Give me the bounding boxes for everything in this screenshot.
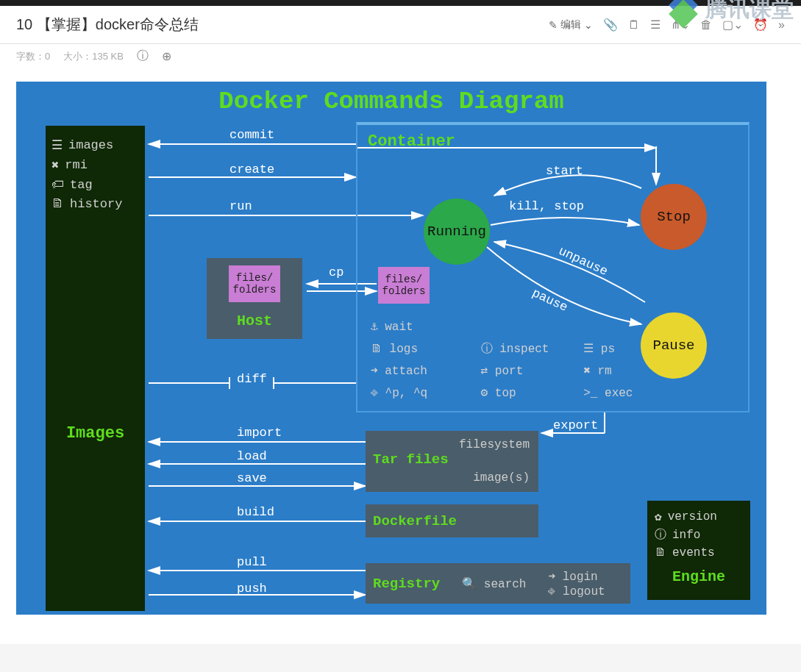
cmd-history: 🗎history xyxy=(51,196,139,211)
cmd-search: 🔍 search xyxy=(462,576,526,591)
cmd-logs: 🗎 logs xyxy=(371,338,474,360)
tar-images: image(s) xyxy=(473,471,530,485)
container-label: Container xyxy=(368,132,455,151)
cmd-exec: >_ exec xyxy=(583,382,664,404)
list-icon[interactable]: ☰ xyxy=(650,18,661,32)
lbl-create: create xyxy=(229,162,274,176)
diagram-title: Docker Commands Diagram xyxy=(16,87,766,115)
state-running: Running xyxy=(424,199,490,265)
watermark-logo-icon xyxy=(670,0,699,24)
watermark: 腾讯课堂 xyxy=(670,0,794,24)
images-label: Images xyxy=(51,424,139,443)
registry-box: Registry 🔍 search ➜ login ⎆ logout xyxy=(366,563,630,604)
file-size: 大小：135 KB xyxy=(63,50,124,63)
list-icon: ☰ xyxy=(51,137,63,153)
lbl-start: start xyxy=(546,164,583,178)
engine-box: ✿version ⓘinfo 🗎events Engine xyxy=(647,501,750,600)
state-stop: Stop xyxy=(641,184,707,250)
diagram: Docker Commands Diagram xyxy=(16,82,766,615)
cmd-tag: 🏷tag xyxy=(51,177,139,192)
note-icon[interactable]: 🗒 xyxy=(628,18,640,32)
page-title: 10 【掌握】docker命令总结 xyxy=(16,15,199,35)
registry-label: Registry xyxy=(373,576,440,592)
cmd-rmi: ✖rmi xyxy=(51,157,139,173)
lbl-pull: pull xyxy=(237,555,267,569)
cmd-rm: ✖ rm xyxy=(583,360,664,382)
cmd-port: ⇄ port xyxy=(481,360,577,382)
watermark-text: 腾讯课堂 xyxy=(705,0,794,24)
cmd-logout: ⎆ logout xyxy=(548,585,605,598)
cmd-info: ⓘinfo xyxy=(655,527,743,543)
lbl-cp: cp xyxy=(329,265,343,279)
cmd-wait: ⚓ wait xyxy=(371,316,474,338)
edit-icon: ✎ xyxy=(549,19,558,31)
lbl-export: export xyxy=(553,418,598,432)
lbl-import: import xyxy=(237,426,282,440)
lbl-kill-stop: kill, stop xyxy=(509,199,584,213)
info-icon: ⓘ xyxy=(655,527,666,543)
chevron-down-icon: ⌄ xyxy=(584,19,593,31)
word-count: 字数：0 xyxy=(16,50,50,63)
gear-icon: ✿ xyxy=(655,510,662,524)
edit-button[interactable]: ✎ 编辑 ⌄ xyxy=(549,18,593,32)
attachment-icon[interactable]: 📎 xyxy=(603,18,618,32)
lbl-save: save xyxy=(237,471,267,485)
tar-label: Tar files xyxy=(373,451,449,468)
cmd-top: ⚙ top xyxy=(481,382,577,404)
lbl-build: build xyxy=(237,505,274,519)
cmd-inspect: ⓘ inspect xyxy=(481,338,577,360)
lbl-run: run xyxy=(229,199,252,213)
doc-icon: 🗎 xyxy=(655,546,666,560)
host-box: files/ folders Host xyxy=(207,258,302,339)
doc-icon: 🗎 xyxy=(51,196,64,211)
tar-filesystem: filesystem xyxy=(459,438,530,451)
tar-box: Tar files filesystem image(s) xyxy=(366,431,538,492)
cmd-detach: ⎆ ^p, ^q xyxy=(371,382,474,404)
host-label: Host xyxy=(237,312,272,329)
engine-label: Engine xyxy=(655,568,743,585)
lbl-diff: diff xyxy=(237,372,267,386)
lbl-push: push xyxy=(237,582,267,596)
cmd-images: ☰images xyxy=(51,137,139,153)
edit-label: 编辑 xyxy=(560,18,581,32)
cmd-login: ➜ login xyxy=(548,569,605,584)
info-icon[interactable]: ⓘ xyxy=(137,49,149,64)
dockerfile-label: Dockerfile xyxy=(373,513,457,529)
host-files: files/ folders xyxy=(229,265,280,302)
lbl-commit: commit xyxy=(229,128,274,142)
dockerfile-box: Dockerfile xyxy=(366,504,538,537)
meta-bar: 字数：0 大小：135 KB ⓘ ⊕ xyxy=(0,44,801,74)
tag-icon: 🏷 xyxy=(51,177,64,192)
lbl-load: load xyxy=(237,449,267,463)
cmd-attach: ➜ attach xyxy=(371,360,474,382)
container-commands: ⚓ wait 🗎 logs ➜ attach ⎆ ^p, ^q ⓘ inspec… xyxy=(371,316,664,404)
cmd-ps: ☰ ps xyxy=(583,338,664,360)
add-icon[interactable]: ⊕ xyxy=(162,49,171,63)
x-icon: ✖ xyxy=(51,157,59,173)
images-panel: ☰images ✖rmi 🏷tag 🗎history Images xyxy=(46,126,145,611)
cmd-version: ✿version xyxy=(655,510,743,524)
cmd-events: 🗎events xyxy=(655,546,743,560)
